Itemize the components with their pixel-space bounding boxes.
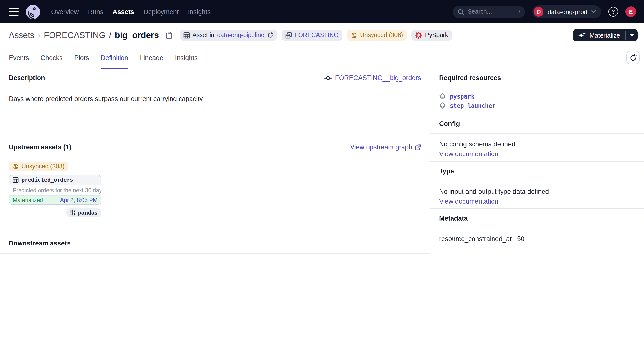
type-title: Type <box>439 167 454 174</box>
materialize-options-caret[interactable] <box>626 29 638 42</box>
definition-main-column: Description FORECASTING__big_orders Days… <box>0 69 430 347</box>
table-icon <box>13 177 18 183</box>
materialize-button[interactable]: Materialize <box>573 29 626 42</box>
tab-insights[interactable]: Insights <box>175 47 198 68</box>
definition-sidebar: Required resources pyspark step_launcher… <box>430 69 644 347</box>
metadata-row: resource_constrained_at 50 <box>439 235 635 242</box>
config-title: Config <box>439 120 460 127</box>
upstream-body: Unsynced (308) predicted_orders Predicte… <box>0 157 430 233</box>
view-upstream-graph-label: View upstream graph <box>350 144 412 151</box>
asset-group-tag[interactable]: FORECASTING <box>281 30 342 40</box>
downstream-title: Downstream assets <box>9 240 71 247</box>
asset-card-status-row: Materialized Apr 2, 8:05 PM <box>9 195 101 204</box>
breadcrumb: Assets › FORECASTING / big_orders <box>9 30 172 40</box>
refresh-button[interactable] <box>626 51 640 64</box>
required-resources-body: pyspark step_launcher <box>430 87 644 114</box>
compute-kind-label: PySpark <box>425 32 448 38</box>
config-view-documentation-link[interactable]: View documentation <box>439 150 498 158</box>
tables-group-icon <box>285 32 292 38</box>
resource-row: pyspark <box>439 93 635 100</box>
type-view-documentation-link[interactable]: View documentation <box>439 198 498 205</box>
upstream-header: Upstream assets (1) View upstream graph <box>0 138 430 157</box>
job-link[interactable]: FORECASTING__big_orders <box>324 74 421 82</box>
nav-item-deployment[interactable]: Deployment <box>144 8 178 15</box>
user-avatar[interactable]: E <box>626 6 636 17</box>
tab-lineage[interactable]: Lineage <box>140 47 163 68</box>
nav-item-assets[interactable]: Assets <box>113 8 134 15</box>
screen: Overview Runs Assets Deployment Insights… <box>0 0 644 347</box>
tab-definition[interactable]: Definition <box>101 47 128 68</box>
nav-item-insights[interactable]: Insights <box>188 8 210 15</box>
tab-plots[interactable]: Plots <box>74 47 89 68</box>
tab-checks[interactable]: Checks <box>41 47 63 68</box>
type-empty-text: No input and output type data defined <box>439 188 635 195</box>
description-text: Days where predicted orders surpass our … <box>0 87 430 138</box>
hamburger-menu-icon[interactable] <box>9 8 18 16</box>
pipeline-link[interactable]: data-eng-pipeline <box>217 32 264 38</box>
deployment-name: data-eng-prod <box>548 8 588 15</box>
job-icon <box>324 75 332 81</box>
pyspark-star-icon <box>415 32 422 38</box>
materialized-status: Materialized <box>13 197 43 203</box>
deployment-switcher[interactable]: D data-eng-prod <box>532 5 601 18</box>
reload-pipeline-icon[interactable] <box>267 32 273 38</box>
sync-alert-icon <box>13 163 18 169</box>
search-icon <box>458 8 464 15</box>
config-header: Config <box>430 114 644 134</box>
materialize-label: Materialize <box>589 32 620 39</box>
external-link-icon <box>415 144 421 150</box>
asset-header-row: Assets › FORECASTING / big_orders Asset … <box>0 24 644 47</box>
search-shortcut-hint: / <box>518 8 520 15</box>
required-resources-header: Required resources <box>430 69 644 87</box>
copy-asset-name-icon[interactable] <box>166 32 172 39</box>
nav-item-runs[interactable]: Runs <box>88 8 104 15</box>
asset-card-description: Predicted orders for the next 30 day... <box>9 185 101 195</box>
resource-link-pyspark[interactable]: pyspark <box>450 93 474 100</box>
config-body: No config schema defined View documentat… <box>430 134 644 161</box>
type-body: No input and output type data defined Vi… <box>430 181 644 209</box>
view-upstream-graph-link[interactable]: View upstream graph <box>350 144 421 151</box>
help-icon[interactable]: ? <box>608 7 618 16</box>
downstream-header: Downstream assets <box>0 233 430 254</box>
asset-card-tags: pandas <box>9 208 102 217</box>
description-title: Description <box>9 74 45 82</box>
required-resources-title: Required resources <box>439 74 501 82</box>
upstream-sync-badge-label: Unsynced (308) <box>22 163 65 170</box>
resource-layers-icon <box>439 93 446 100</box>
breadcrumb-slash: / <box>109 30 112 40</box>
table-icon <box>183 32 190 38</box>
config-empty-text: No config schema defined <box>439 140 635 148</box>
metadata-value: 50 <box>517 235 524 242</box>
compute-kind-tag[interactable]: PySpark <box>411 30 452 40</box>
resource-layers-icon <box>439 102 446 109</box>
pandas-icon <box>70 209 76 216</box>
sync-status-label: Unsynced (308) <box>360 32 403 38</box>
nav-item-overview[interactable]: Overview <box>51 8 79 15</box>
job-link-label: FORECASTING__big_orders <box>335 74 421 82</box>
metadata-header: Metadata <box>430 209 644 228</box>
materialize-split-button: Materialize <box>573 29 638 42</box>
asset-card-header: predicted_orders <box>9 175 101 185</box>
pandas-kind-label: pandas <box>78 210 98 216</box>
search-input[interactable] <box>468 8 515 15</box>
description-header: Description FORECASTING__big_orders <box>0 69 430 87</box>
pandas-kind-tag[interactable]: pandas <box>66 208 102 217</box>
upstream-asset-card[interactable]: predicted_orders Predicted orders for th… <box>9 174 102 205</box>
breadcrumb-chevron: › <box>38 31 40 40</box>
sparkles-icon <box>578 32 586 39</box>
content-area: Description FORECASTING__big_orders Days… <box>0 69 644 347</box>
upstream-sync-badge[interactable]: Unsynced (308) <box>9 161 68 171</box>
tab-events[interactable]: Events <box>9 47 29 68</box>
resource-link-step-launcher[interactable]: step_launcher <box>450 102 496 109</box>
search-box: / <box>453 6 525 18</box>
sync-status-badge[interactable]: Unsynced (308) <box>347 30 407 40</box>
upstream-title: Upstream assets (1) <box>9 144 72 151</box>
breadcrumb-group-link[interactable]: FORECASTING <box>44 30 106 40</box>
chevron-down-icon <box>591 10 596 13</box>
sync-alert-icon <box>351 32 357 38</box>
breadcrumb-assets-link[interactable]: Assets <box>9 30 34 40</box>
asset-card-name: predicted_orders <box>22 177 73 183</box>
group-tag-label: FORECASTING <box>294 32 338 38</box>
dagster-logo-icon[interactable] <box>25 4 40 19</box>
materialization-timestamp-link[interactable]: Apr 2, 8:05 PM <box>60 197 98 203</box>
